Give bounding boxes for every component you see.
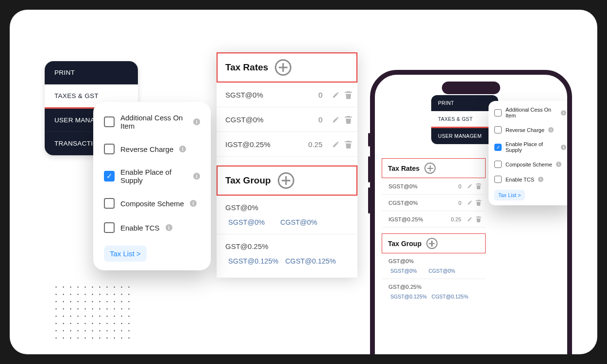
option-reverse-charge[interactable]: Reverse Charge i [93,137,211,161]
add-tax-group-button[interactable] [426,238,438,249]
checkbox[interactable] [494,126,502,133]
option-label: Additional Cess On Item [120,114,187,130]
checkbox-checked[interactable]: ✓ [104,171,115,182]
delete-icon[interactable] [344,115,353,124]
info-icon[interactable]: i [193,173,200,180]
option-reverse-charge[interactable]: Reverse Charge i [489,122,567,137]
edit-icon[interactable] [467,199,473,206]
rate-value: 0.25 [451,216,461,222]
option-composite-scheme[interactable]: Composite Scheme i [489,157,567,172]
tax-panel: Tax Rates SGST@0% 0 CGST@0% 0 IGST@0.25%… [217,52,357,278]
phone-mockup: PRINT TAXES & GST USER MANAGEM Additiona… [370,70,572,354]
gst-settings-card: Additional Cess On Item i Reverse Charge… [93,102,211,270]
delete-icon[interactable] [475,216,482,222]
add-tax-rate-button[interactable] [424,163,436,174]
edit-icon[interactable] [331,115,340,124]
tax-rate-row: CGST@0% 0 [217,107,357,132]
option-label: Enable Place of Supply [120,168,187,184]
tax-panel: Tax Rates SGST@0% 0 CGST@0% 0 IGST@0.25% [382,158,486,309]
group-part: CGST@0.125% [432,294,468,299]
tax-group-header: Tax Group [382,233,486,253]
add-tax-rate-button[interactable] [275,59,291,76]
rate-value: 0 [458,200,461,206]
tax-rate-row: SGST@0% 0 [382,178,486,195]
delete-icon[interactable] [475,199,482,206]
tax-rates-title: Tax Rates [225,62,268,73]
rate-value: 0 [319,91,322,99]
info-icon[interactable]: i [556,162,561,167]
edit-icon[interactable] [331,90,340,99]
option-additional-cess[interactable]: Additional Cess On Item i [93,107,211,137]
option-label: Enable TCS [506,177,534,182]
edit-icon[interactable] [331,140,340,149]
rate-name: SGST@0% [388,183,458,189]
tax-rate-row: IGST@0.25% 0.25 [382,211,486,228]
group-part: SGST@0% [390,268,417,274]
group-name: GST@0.25% [388,284,479,290]
group-name: GST@0% [388,258,479,264]
info-icon[interactable]: i [190,200,197,207]
rate-name: IGST@0.25% [388,216,451,222]
group-name: GST@0% [225,203,349,212]
tax-rates-title: Tax Rates [388,165,420,172]
phone-side-button [368,156,370,182]
checkbox[interactable] [494,161,502,168]
tax-rate-row: CGST@0% 0 [382,195,486,211]
option-enable-tcs[interactable]: Enable TCS i [489,172,567,187]
option-place-of-supply[interactable]: ✓ Enable Place of Supply i [93,161,211,191]
tax-rates-header: Tax Rates [382,158,486,178]
option-composite-scheme[interactable]: Composite Scheme i [93,191,211,215]
edit-icon[interactable] [467,183,473,189]
tax-list-link[interactable]: Tax List > [104,246,147,262]
info-icon[interactable]: i [561,110,566,116]
checkbox[interactable] [104,222,115,233]
option-additional-cess[interactable]: Additional Cess On Item i [489,103,567,122]
checkbox[interactable] [104,198,115,209]
tax-group-row: GST@0% SGST@0% CGST@0% [217,196,357,234]
tax-group-title: Tax Group [388,240,422,248]
edit-icon[interactable] [467,216,473,222]
rate-value: 0 [319,116,322,124]
add-tax-group-button[interactable] [278,172,294,189]
checkbox[interactable] [494,109,502,116]
rate-name: CGST@0% [388,200,458,206]
option-label: Enable TCS [120,224,160,232]
group-part: SGST@0.125% [390,294,427,299]
delete-icon[interactable] [475,183,482,189]
option-label: Additional Cess On Item [506,107,557,118]
info-icon[interactable]: i [166,224,172,231]
checkbox[interactable] [104,144,115,154]
phone-screen: PRINT TAXES & GST USER MANAGEM Additiona… [375,75,567,354]
option-place-of-supply[interactable]: ✓ Enable Place of Supply i [489,137,567,157]
info-icon[interactable]: i [561,145,566,150]
group-name: GST@0.25% [225,242,349,250]
group-parts: SGST@0.125% CGST@0.125% [225,257,349,270]
checkbox[interactable] [494,176,502,183]
decorative-dot-grid [52,283,131,343]
rate-value: 0 [458,183,461,189]
option-enable-tcs[interactable]: Enable TCS i [93,215,211,240]
tax-list-link[interactable]: Tax List > [494,190,525,200]
delete-icon[interactable] [344,140,353,149]
info-icon[interactable]: i [193,118,200,125]
info-icon[interactable]: i [548,127,554,132]
sidebar-item-print[interactable]: PRINT [45,61,138,84]
rate-name: SGST@0% [225,91,319,99]
option-label: Composite Scheme [120,199,184,208]
info-icon[interactable]: i [538,177,543,182]
rate-name: CGST@0% [225,116,319,124]
info-icon[interactable]: i [179,146,186,152]
app-frame: PRINT TAXES & GST USER MANAGEMENT TRANSA… [10,10,597,354]
delete-icon[interactable] [344,90,353,99]
checkbox[interactable] [104,116,115,127]
option-label: Enable Place of Supply [506,141,557,153]
option-label: Reverse Charge [506,127,544,133]
rate-name: IGST@0.25% [225,140,308,149]
checkbox-checked[interactable]: ✓ [494,144,502,151]
phone-side-button [368,187,370,214]
group-part: CGST@0% [428,268,455,274]
tax-group-row: GST@0.25% SGST@0.125% CGST@0.125% [217,234,357,273]
tax-group-row: GST@0% SGST@0% CGST@0% [382,253,486,279]
group-part: SGST@0.125% [228,257,278,265]
group-parts: SGST@0.125% CGST@0.125% [388,294,479,302]
